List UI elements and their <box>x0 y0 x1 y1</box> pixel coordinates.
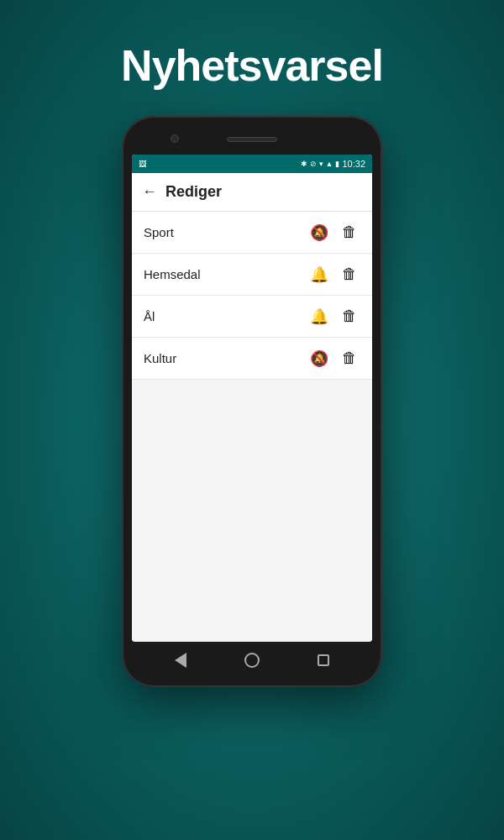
status-right: ✱ ⊘ ▾ ▲ ▮ 10:32 <box>301 159 365 169</box>
page-title: Nyhetsvarsel <box>121 40 383 91</box>
app-bar: ← Rediger <box>132 173 372 212</box>
notification-on-icon-al[interactable]: 🔔 <box>307 304 332 329</box>
wifi-icon: ▾ <box>319 160 323 168</box>
list-item: Hemsedal 🔔 🗑 <box>132 254 372 296</box>
no-signal-icon: ⊘ <box>310 160 317 168</box>
recents-nav-icon <box>318 654 329 666</box>
nav-recents-button[interactable] <box>314 651 333 669</box>
status-bar: 🖼 ✱ ⊘ ▾ ▲ ▮ 10:32 <box>132 155 372 173</box>
battery-icon: ▮ <box>335 160 339 168</box>
delete-icon-sport[interactable]: 🗑 <box>339 220 360 244</box>
signal-icon: ▲ <box>326 160 333 168</box>
phone-shell: 🖼 ✱ ⊘ ▾ ▲ ▮ 10:32 ← Rediger Sport 🔕 🗑 <box>122 116 382 687</box>
list-item: Ål 🔔 🗑 <box>132 296 372 338</box>
delete-icon-al[interactable]: 🗑 <box>339 304 360 328</box>
screen: 🖼 ✱ ⊘ ▾ ▲ ▮ 10:32 ← Rediger Sport 🔕 🗑 <box>132 155 372 642</box>
phone-top <box>129 124 375 155</box>
back-nav-icon <box>175 653 186 668</box>
notification-on-icon-hemsedal[interactable]: 🔔 <box>307 262 332 287</box>
item-label-hemsedal: Hemsedal <box>144 267 300 281</box>
notification-muted-icon-kultur[interactable]: 🔕 <box>307 346 332 371</box>
nav-home-button[interactable] <box>243 651 261 669</box>
back-button[interactable]: ← <box>142 183 157 201</box>
phone-bottom-nav <box>129 642 375 679</box>
nav-back-button[interactable] <box>171 651 190 669</box>
item-label-al: Ål <box>144 309 300 323</box>
item-label-sport: Sport <box>144 225 300 239</box>
delete-icon-hemsedal[interactable]: 🗑 <box>339 262 360 286</box>
list-item: Sport 🔕 🗑 <box>132 212 372 254</box>
item-label-kultur: Kultur <box>144 351 300 365</box>
delete-icon-kultur[interactable]: 🗑 <box>339 346 360 370</box>
camera <box>171 134 179 143</box>
screen-title: Rediger <box>165 183 222 201</box>
photo-icon: 🖼 <box>139 160 146 168</box>
subscriptions-list: Sport 🔕 🗑 Hemsedal 🔔 🗑 Ål 🔔 🗑 Kultur 🔕 <box>132 212 372 642</box>
list-item: Kultur 🔕 🗑 <box>132 338 372 380</box>
status-left: 🖼 <box>139 160 146 168</box>
notification-muted-icon-sport[interactable]: 🔕 <box>307 220 332 245</box>
speaker <box>227 137 277 142</box>
home-nav-icon <box>244 653 260 668</box>
bluetooth-icon: ✱ <box>301 160 307 168</box>
status-time: 10:32 <box>342 159 365 169</box>
